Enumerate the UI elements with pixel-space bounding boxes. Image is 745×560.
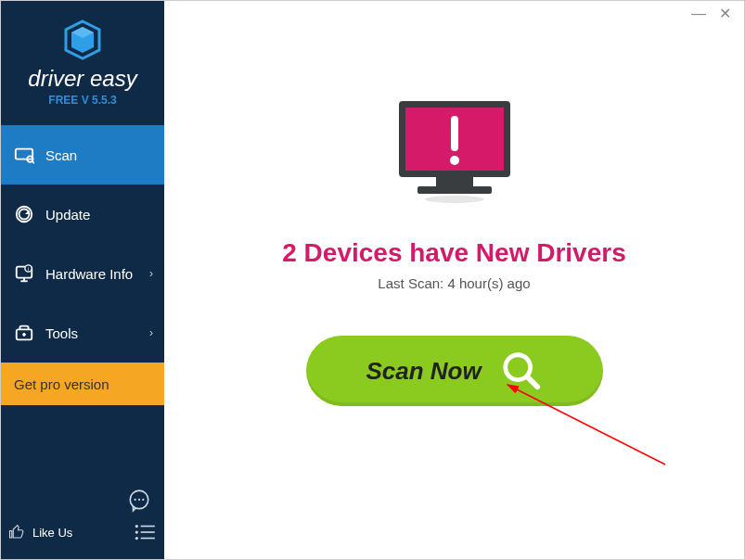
minimize-button[interactable]: —: [691, 6, 706, 21]
sidebar-nav: Scan Update i Hardware Info › Tools: [1, 125, 164, 363]
sidebar-bottom: Like Us: [1, 511, 164, 559]
svg-point-20: [135, 525, 138, 528]
hardware-info-icon: i: [14, 263, 34, 284]
sidebar-item-label: Tools: [45, 325, 78, 341]
svg-point-19: [142, 499, 144, 501]
chevron-right-icon: ›: [149, 326, 153, 339]
app-window: driver easy FREE V 5.5.3 Scan Update i: [0, 0, 745, 560]
scan-now-button[interactable]: Scan Now: [306, 336, 603, 406]
sidebar-item-scan[interactable]: Scan: [1, 125, 164, 185]
sidebar-item-label: Update: [45, 207, 90, 223]
brand-version: FREE V 5.5.3: [48, 94, 116, 107]
svg-point-24: [135, 537, 138, 540]
close-button[interactable]: ✕: [719, 6, 731, 21]
update-icon: [14, 204, 34, 224]
brand: driver easy FREE V 5.5.3: [1, 1, 164, 118]
chevron-right-icon: ›: [149, 267, 153, 280]
menu-icon[interactable]: [133, 520, 157, 544]
like-us-button[interactable]: Like Us: [8, 524, 72, 541]
like-us-label: Like Us: [32, 526, 72, 540]
titlebar: — ✕: [678, 1, 744, 27]
brand-logo-icon: [60, 18, 105, 62]
sidebar-item-label: Scan: [45, 147, 77, 163]
brand-name: driver easy: [28, 66, 136, 92]
tools-icon: [14, 323, 34, 343]
monitor-alert-icon: [390, 94, 520, 214]
svg-rect-29: [417, 186, 492, 194]
main-content: — ✕ 2 Devices have New Drivers Last Scan…: [164, 1, 744, 559]
svg-rect-28: [436, 177, 473, 186]
thumbs-up-icon: [8, 524, 25, 541]
svg-point-32: [450, 156, 459, 165]
get-pro-label: Get pro version: [14, 376, 109, 392]
sidebar-item-hardware-info[interactable]: i Hardware Info ›: [1, 244, 164, 303]
svg-point-17: [135, 499, 136, 501]
svg-line-34: [527, 377, 537, 388]
magnifier-icon: [500, 350, 543, 392]
svg-point-30: [425, 196, 484, 203]
chat-icon[interactable]: [127, 489, 151, 513]
scan-now-label: Scan Now: [366, 357, 481, 386]
last-scan-text: Last Scan: 4 hour(s) ago: [378, 275, 530, 291]
svg-point-22: [135, 530, 138, 533]
svg-rect-3: [16, 149, 32, 159]
sidebar-item-update[interactable]: Update: [1, 185, 164, 244]
svg-text:i: i: [28, 266, 29, 272]
sidebar: driver easy FREE V 5.5.3 Scan Update i: [1, 1, 164, 559]
scan-icon: [14, 145, 34, 165]
sidebar-item-tools[interactable]: Tools ›: [1, 303, 164, 363]
svg-line-5: [32, 161, 34, 163]
sidebar-item-label: Hardware Info: [45, 266, 133, 282]
headline: 2 Devices have New Drivers: [282, 238, 625, 268]
get-pro-button[interactable]: Get pro version: [1, 363, 164, 405]
svg-point-18: [138, 499, 140, 501]
